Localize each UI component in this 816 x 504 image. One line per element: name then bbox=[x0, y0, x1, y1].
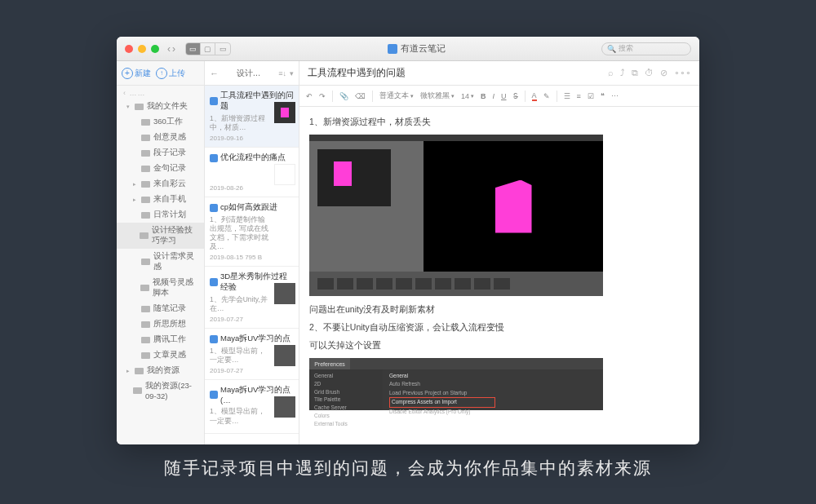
note-item[interactable]: cp如何高效跟进1、列清楚制作输出规范，写成在线文档，下需求时就及…2019-0… bbox=[205, 197, 299, 267]
folder-icon bbox=[141, 212, 150, 219]
folder-icon bbox=[141, 337, 150, 343]
window-title: 有道云笔记 bbox=[236, 42, 596, 55]
notelist-title: 设计… bbox=[222, 68, 275, 79]
upload-icon: ↑ bbox=[156, 68, 167, 79]
editor-content[interactable]: 1、新增资源过程中，材质丢失 问题出在unity没有及时刷新素材 2、不要让Un… bbox=[299, 107, 699, 444]
folder-item[interactable]: 日常计划 bbox=[117, 207, 204, 223]
view-icon[interactable]: ▾ bbox=[290, 69, 294, 77]
back-icon[interactable]: ‹ bbox=[167, 43, 171, 55]
folder-item[interactable]: 设计需求灵感 bbox=[117, 249, 204, 275]
note-item[interactable]: 优化流程中的痛点2019-08-26 bbox=[205, 148, 299, 197]
folder-item[interactable]: 360工作 bbox=[117, 114, 204, 130]
view-single-icon[interactable]: ▭ bbox=[215, 43, 230, 55]
note-list-panel: ← 设计… ≡↓ ▾ 工具流程中遇到的问题1、新增资源过程中，材质…2019-0… bbox=[205, 61, 299, 444]
document-title[interactable]: 工具流程中遇到的问题 bbox=[308, 66, 601, 80]
note-thumbnail bbox=[274, 164, 295, 185]
new-button[interactable]: + 新建 bbox=[122, 68, 151, 79]
folder-icon bbox=[141, 150, 150, 157]
note-icon bbox=[210, 335, 218, 343]
note-item[interactable]: Maya拆UV学习的点(…1、模型导出前，一定要… bbox=[205, 380, 299, 433]
undo-icon[interactable]: ↶ bbox=[306, 92, 313, 100]
search-input[interactable]: 🔍 搜索 bbox=[601, 42, 691, 55]
strike-button[interactable]: S̶ bbox=[513, 92, 518, 100]
attach-icon[interactable]: 📎 bbox=[339, 92, 348, 100]
chevron-right-icon: ▸ bbox=[126, 368, 131, 374]
editor-panel: 工具流程中遇到的问题 ⌕ ⤴ ⧉ ⏱ ⊘ ∘∘∘ ↶ ↷ 📎 ⌫ 普通文本 微软… bbox=[299, 61, 699, 444]
tag-icon[interactable]: ⊘ bbox=[660, 68, 667, 78]
close-icon[interactable] bbox=[125, 45, 133, 53]
note-thumbnail bbox=[274, 102, 295, 123]
copy-icon[interactable]: ⧉ bbox=[632, 68, 638, 78]
folder-icon bbox=[141, 321, 150, 328]
sidebar-header: + 新建 ↑ 上传 bbox=[117, 61, 204, 86]
chevron-right-icon: ▸ bbox=[133, 197, 138, 203]
folder-item[interactable]: 所思所想 bbox=[117, 316, 204, 332]
folder-icon bbox=[141, 166, 150, 172]
redo-icon[interactable]: ↷ bbox=[319, 92, 326, 100]
upload-button[interactable]: ↑ 上传 bbox=[156, 68, 185, 79]
more-icon[interactable]: ∘∘∘ bbox=[674, 68, 691, 78]
size-select[interactable]: 14 bbox=[461, 92, 474, 100]
folder-resources[interactable]: ▸ 我的资源 bbox=[117, 363, 204, 378]
more-icon[interactable]: ⋯ bbox=[611, 92, 619, 100]
folder-item[interactable]: 创意灵感 bbox=[117, 130, 204, 145]
forward-icon[interactable]: › bbox=[172, 43, 175, 55]
app-window: ‹ › ▭ ▢ ▭ 有道云笔记 🔍 搜索 + 新建 ↑ bbox=[117, 37, 699, 444]
history-icon[interactable]: ⏱ bbox=[645, 68, 654, 78]
app-icon bbox=[388, 44, 397, 54]
format-select[interactable]: 普通文本 bbox=[379, 91, 414, 101]
note-item[interactable]: 工具流程中遇到的问题1、新增资源过程中，材质…2019-09-16 bbox=[205, 86, 299, 148]
chevron-right-icon: ▸ bbox=[133, 181, 138, 188]
number-list-icon[interactable]: ≡ bbox=[577, 92, 581, 100]
folder-item[interactable]: ▸来自彩云 bbox=[117, 176, 204, 192]
minimize-icon[interactable] bbox=[138, 45, 146, 53]
sidebar-more: ‹ …… bbox=[117, 86, 204, 99]
app-body: + 新建 ↑ 上传 ‹ …… ▾ 我的文件夹 360工作创意灵感段子记录金句记录… bbox=[117, 61, 699, 444]
note-thumbnail bbox=[274, 283, 295, 304]
font-select[interactable]: 微软雅黑 bbox=[420, 91, 455, 101]
view-grid-icon[interactable]: ▢ bbox=[201, 43, 215, 55]
note-item[interactable]: Maya拆UV学习的点1、模型导出前，一定要…2019-07-27 bbox=[205, 329, 299, 380]
folder-icon bbox=[141, 181, 150, 188]
editor-toolbar: ↶ ↷ 📎 ⌫ 普通文本 微软雅黑 14 B I U S̶ A ✎ ☰ ≡ ☑ bbox=[299, 86, 699, 107]
folder-item[interactable]: 文章灵感 bbox=[117, 347, 204, 363]
note-icon bbox=[210, 204, 218, 212]
format-icon[interactable]: ⌫ bbox=[355, 92, 366, 100]
search-placeholder: 搜索 bbox=[619, 43, 633, 54]
bold-button[interactable]: B bbox=[481, 92, 486, 100]
highlight-button[interactable]: ✎ bbox=[543, 92, 550, 100]
view-list-icon[interactable]: ▭ bbox=[186, 43, 201, 55]
folder-icon bbox=[135, 104, 144, 110]
checklist-icon[interactable]: ☑ bbox=[588, 92, 594, 100]
view-switcher[interactable]: ▭ ▢ ▭ bbox=[185, 42, 231, 55]
paragraph: 2、不要让Unity自动压缩资源，会让载入流程变慢 bbox=[309, 322, 690, 334]
note-item[interactable]: 3D星米秀制作过程经验1、先学会Unity,并在…2019-07-27 bbox=[205, 267, 299, 329]
folder-item[interactable]: 我的资源(23-09-32) bbox=[117, 378, 204, 403]
bullet-list-icon[interactable]: ☰ bbox=[564, 92, 570, 100]
italic-button[interactable]: I bbox=[493, 92, 495, 100]
folder-item[interactable]: 腾讯工作 bbox=[117, 332, 204, 347]
note-thumbnail bbox=[274, 345, 295, 366]
quote-icon[interactable]: ❝ bbox=[601, 92, 605, 100]
maximize-icon[interactable] bbox=[151, 45, 159, 53]
text-color-button[interactable]: A bbox=[532, 91, 537, 101]
folder-item[interactable]: 随笔记录 bbox=[117, 301, 204, 316]
folder-item[interactable]: ▸来自手机 bbox=[117, 192, 204, 207]
folder-icon bbox=[141, 135, 150, 141]
folder-item[interactable]: 段子记录 bbox=[117, 145, 204, 161]
folder-icon bbox=[141, 119, 150, 126]
folder-item[interactable]: 视频号灵感脚本 bbox=[117, 275, 204, 301]
underline-button[interactable]: U bbox=[501, 92, 507, 100]
folder-root[interactable]: ▾ 我的文件夹 bbox=[117, 99, 204, 114]
sort-icon[interactable]: ≡↓ bbox=[278, 69, 286, 77]
plus-icon: + bbox=[122, 68, 133, 79]
editor-actions: ⌕ ⤴ ⧉ ⏱ ⊘ ∘∘∘ bbox=[608, 68, 691, 78]
back-icon[interactable]: ← bbox=[210, 69, 219, 78]
folder-icon bbox=[141, 352, 150, 359]
paragraph: 1、新增资源过程中，材质丢失 bbox=[309, 117, 690, 128]
folder-item[interactable]: 金句记录 bbox=[117, 161, 204, 176]
search-icon[interactable]: ⌕ bbox=[608, 68, 614, 78]
folder-item[interactable]: 设计经验技巧学习 bbox=[117, 223, 204, 249]
share-icon[interactable]: ⤴ bbox=[620, 68, 625, 78]
folder-icon bbox=[141, 259, 150, 265]
